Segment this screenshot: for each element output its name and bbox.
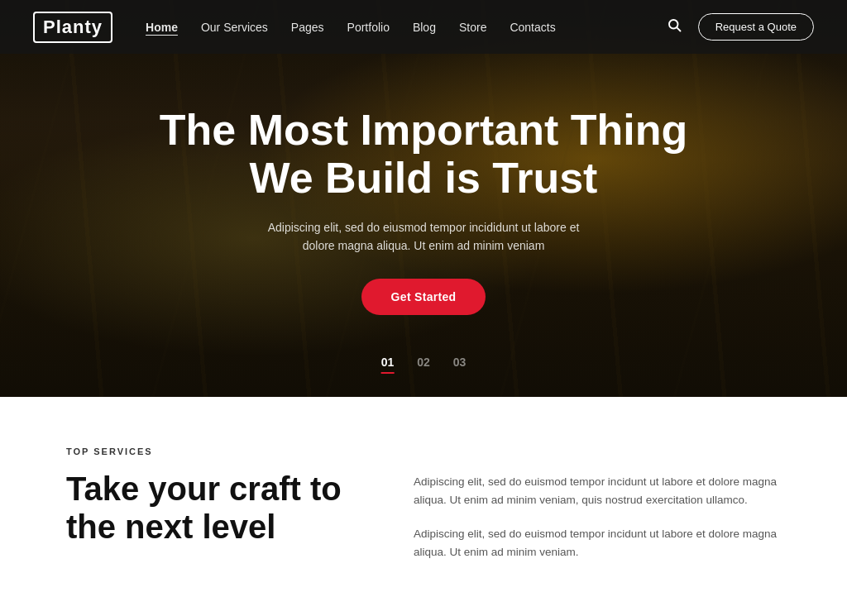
- nav-home[interactable]: Home: [146, 21, 178, 34]
- services-para-1: Adipiscing elit, sed do euismod tempor i…: [414, 473, 781, 510]
- hero-indicator-1[interactable]: 01: [381, 356, 395, 374]
- services-top-label: TOP SERVICES: [66, 446, 781, 456]
- search-icon[interactable]: [667, 17, 682, 36]
- hero-title: The Most Important Thing We Build is Tru…: [134, 107, 713, 201]
- hero-get-started-button[interactable]: Get Started: [361, 279, 486, 315]
- hero-content: The Most Important Thing We Build is Tru…: [0, 0, 847, 397]
- services-section: TOP SERVICES Take your craft to the next…: [0, 397, 847, 609]
- brand-logo[interactable]: Planty: [33, 12, 112, 43]
- nav-right: Request a Quote: [667, 13, 814, 41]
- svg-line-1: [677, 27, 680, 31]
- services-content: Take your craft to the next level Adipis…: [66, 470, 781, 576]
- nav-contacts[interactable]: Contacts: [510, 21, 555, 34]
- hero-indicator-2[interactable]: 02: [417, 356, 430, 374]
- nav-our-services[interactable]: Our Services: [201, 21, 268, 34]
- hero-subtitle: Adipiscing elit, sed do eiusmod tempor i…: [266, 218, 581, 255]
- nav-portfolio[interactable]: Portfolio: [347, 21, 390, 34]
- nav-store[interactable]: Store: [459, 21, 486, 34]
- hero-indicator-3[interactable]: 03: [453, 356, 467, 374]
- nav-blog[interactable]: Blog: [413, 21, 436, 34]
- services-heading-line2: the next level: [66, 509, 275, 545]
- nav-pages[interactable]: Pages: [291, 21, 324, 34]
- hero-indicators: 01 02 03: [381, 356, 467, 374]
- services-right-col: Adipiscing elit, sed do euismod tempor i…: [414, 470, 781, 576]
- navbar: Planty Home Our Services Pages Portfolio…: [0, 0, 847, 54]
- services-left-col: Take your craft to the next level: [66, 470, 347, 546]
- services-heading-line1: Take your craft to: [66, 470, 342, 507]
- nav-links: Home Our Services Pages Portfolio Blog S…: [146, 21, 667, 34]
- services-para-2: Adipiscing elit, sed do euismod tempor i…: [414, 525, 781, 562]
- request-quote-button[interactable]: Request a Quote: [698, 13, 814, 41]
- hero-section: Planty Home Our Services Pages Portfolio…: [0, 0, 847, 397]
- services-heading: Take your craft to the next level: [66, 470, 347, 546]
